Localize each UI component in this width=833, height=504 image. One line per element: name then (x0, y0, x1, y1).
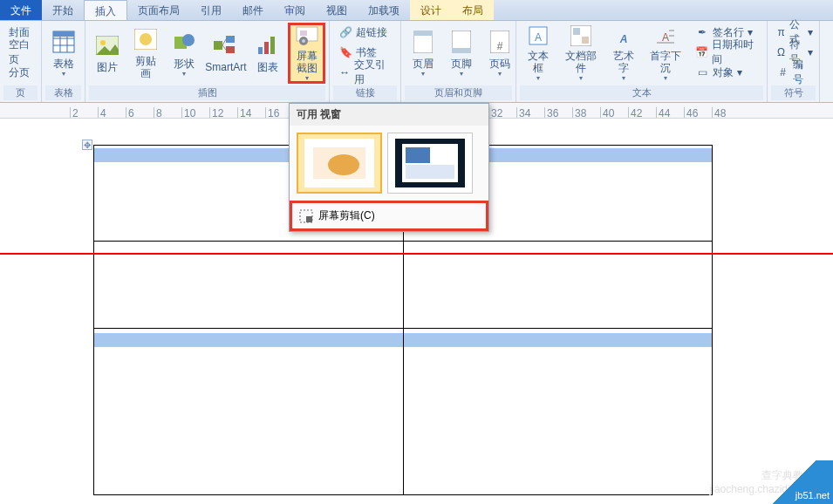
tab-tablelayout[interactable]: 布局 (452, 0, 494, 20)
equation-icon: π (776, 25, 786, 39)
signature-icon: ✒ (695, 25, 709, 39)
ruler-tick: 6 (126, 107, 154, 118)
tab-mailings[interactable]: 邮件 (232, 0, 274, 20)
ruler-tick: 14 (237, 107, 265, 118)
picture-icon (95, 33, 119, 58)
svg-rect-12 (214, 41, 222, 50)
svg-point-9 (140, 33, 152, 45)
crossref-icon: ↔ (338, 65, 351, 79)
table-icon (51, 30, 76, 54)
ruler-tick: 48 (712, 107, 740, 118)
ruler-tick: 46 (684, 107, 712, 118)
svg-text:A: A (618, 33, 627, 45)
svg-rect-19 (270, 37, 275, 54)
table-move-handle[interactable]: ✥ (82, 140, 92, 150)
crossref-button[interactable]: ↔交叉引用 (333, 63, 397, 82)
ruler-tick: 12 (209, 107, 237, 118)
hyperlink-icon: 🔗 (338, 25, 352, 39)
quickparts-icon (569, 24, 593, 46)
shapes-icon (172, 30, 196, 54)
tab-references[interactable]: 引用 (190, 0, 232, 20)
table-button[interactable]: 表格▾ (45, 23, 82, 84)
pagenum-button[interactable]: #页码▾ (481, 23, 518, 84)
tab-design[interactable]: 设计 (410, 0, 452, 20)
group-headerfooter: 页眉和页脚 (405, 85, 512, 100)
hyperlink-button[interactable]: 🔗超链接 (333, 23, 397, 42)
ruler-tick: 38 (572, 107, 600, 118)
dropcap-icon: A (653, 24, 678, 46)
group-symbols: 符号 (771, 85, 816, 100)
header-icon (411, 30, 435, 54)
tab-view[interactable]: 视图 (316, 0, 358, 20)
screenshot-button[interactable]: 屏幕截图▾ (288, 23, 325, 84)
clipart-icon (133, 27, 158, 51)
ruler-tick: 32 (488, 107, 516, 118)
object-icon: ▭ (695, 65, 709, 79)
tab-addins[interactable]: 加载项 (358, 0, 410, 20)
smartart-button[interactable]: SmartArt (204, 23, 248, 84)
svg-point-7 (100, 40, 106, 45)
textbox-icon: A (526, 24, 550, 46)
ruler-tick: 4 (98, 107, 126, 118)
corner-watermark: jb51.net (754, 460, 833, 504)
number-button[interactable]: #编号 (771, 63, 818, 82)
bookmark-icon: 🔖 (338, 45, 352, 59)
svg-line-15 (222, 39, 226, 45)
tab-layout[interactable]: 页面布局 (127, 0, 190, 20)
svg-point-23 (302, 39, 305, 43)
window-thumbnail-1[interactable] (297, 133, 382, 194)
ruler-tick: 44 (656, 107, 684, 118)
group-text: 文本 (520, 85, 763, 100)
svg-rect-25 (413, 31, 433, 36)
svg-rect-34 (582, 37, 589, 44)
svg-rect-45 (406, 147, 430, 163)
screen-clipping-button[interactable]: 屏幕剪辑(C) (290, 201, 488, 231)
dropdown-title: 可用 视窗 (290, 104, 488, 126)
clipart-button[interactable]: 剪贴画 (127, 23, 164, 84)
quickparts-button[interactable]: 文档部件▾ (558, 23, 604, 84)
wordart-button[interactable]: A艺术字▾ (605, 23, 642, 84)
group-pages: 页 (3, 85, 38, 100)
tab-file[interactable]: 文件 (0, 0, 42, 20)
svg-text:A: A (535, 31, 542, 44)
group-links: 链接 (333, 85, 397, 100)
window-thumbnail-2[interactable] (387, 133, 473, 194)
tab-home[interactable]: 开始 (42, 0, 84, 20)
tab-insert[interactable]: 插入 (84, 0, 127, 20)
datetime-button[interactable]: 📅日期和时间 (690, 43, 763, 62)
svg-rect-17 (258, 47, 263, 54)
svg-rect-5 (53, 31, 74, 37)
table-cell[interactable] (94, 329, 404, 494)
screenshot-icon (295, 25, 319, 46)
ruler-tick: 40 (600, 107, 628, 118)
number-icon: # (776, 65, 789, 79)
object-button[interactable]: ▭对象▾ (690, 63, 763, 82)
svg-text:A: A (662, 31, 669, 44)
annotation-redline (0, 253, 833, 255)
ruler-tick: 36 (544, 107, 572, 118)
ruler-tick: 34 (516, 107, 544, 118)
header-button[interactable]: 页眉▾ (405, 23, 441, 84)
shapes-button[interactable]: 形状▾ (166, 23, 202, 84)
page-break-button[interactable]: 分页 (3, 63, 38, 82)
picture-button[interactable]: 图片 (89, 23, 126, 84)
blank-page-button[interactable]: 空白页 (3, 43, 38, 62)
symbol-icon: Ω (776, 45, 786, 59)
group-illustrations: 插图 (89, 85, 325, 100)
footer-icon (449, 30, 474, 54)
pagenum-icon: # (488, 30, 512, 54)
svg-rect-46 (406, 165, 454, 179)
ruler-tick: 42 (628, 107, 656, 118)
ribbon: 封面 空白页 分页 页 表格▾ 表格 图片 剪贴画 形状▾ SmartArt 图… (0, 21, 833, 103)
svg-rect-21 (300, 31, 307, 36)
textbox-button[interactable]: A文本框▾ (520, 23, 556, 84)
ruler-tick: 10 (181, 107, 209, 118)
dropcap-button[interactable]: A首字下沉▾ (644, 23, 689, 84)
svg-rect-14 (226, 46, 235, 53)
svg-rect-27 (452, 48, 471, 53)
table-cell[interactable] (404, 329, 713, 494)
svg-point-42 (328, 154, 359, 175)
chart-button[interactable]: 图表 (249, 23, 286, 84)
tab-review[interactable]: 审阅 (274, 0, 316, 20)
footer-button[interactable]: 页脚▾ (443, 23, 480, 84)
